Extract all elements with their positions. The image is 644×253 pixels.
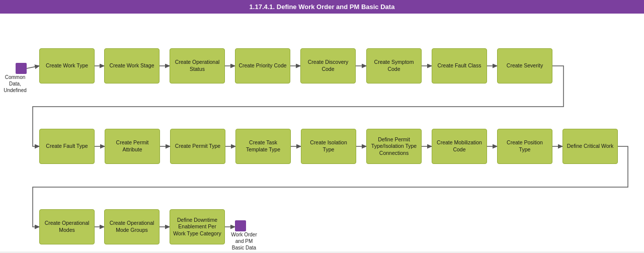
- node-create-task-template-type[interactable]: Create Task Template Type: [235, 129, 291, 164]
- diagram-area: Common Data, Undefined Create Work Type …: [0, 14, 644, 251]
- node-define-permit-connections[interactable]: Define Permit Type/Isolation Type Connec…: [366, 129, 422, 164]
- node-create-discovery-code[interactable]: Create Discovery Code: [300, 48, 356, 83]
- node-create-operational-status[interactable]: Create Operational Status: [170, 48, 225, 83]
- header-title: 1.17.4.1. Define Work Order and PM Basic…: [250, 3, 395, 11]
- node-create-permit-type[interactable]: Create Permit Type: [170, 129, 225, 164]
- node-create-permit-attribute[interactable]: Create Permit Attribute: [105, 129, 160, 164]
- start-node-label: Common Data, Undefined: [3, 74, 28, 94]
- end-node-work-order: [235, 220, 246, 231]
- node-create-symptom-code[interactable]: Create Symptom Code: [366, 48, 422, 83]
- node-create-priority-code[interactable]: Create Priority Code: [235, 48, 290, 83]
- node-define-critical-work[interactable]: Define Critical Work: [562, 129, 618, 164]
- node-create-fault-type[interactable]: Create Fault Type: [39, 129, 95, 164]
- node-create-isolation-type[interactable]: Create Isolation Type: [301, 129, 356, 164]
- header: 1.17.4.1. Define Work Order and PM Basic…: [0, 0, 644, 14]
- start-node-common: [16, 63, 27, 74]
- node-define-downtime[interactable]: Define Downtime Enablement Per Work Type…: [170, 209, 225, 244]
- end-node-label: Work Order and PM Basic Data: [229, 231, 259, 251]
- node-create-position-type[interactable]: Create Position Type: [497, 129, 552, 164]
- node-create-operational-modes[interactable]: Create Operational Modes: [39, 209, 95, 244]
- node-create-work-stage[interactable]: Create Work Stage: [104, 48, 159, 83]
- svg-line-0: [27, 66, 39, 68]
- node-create-mobilization-code[interactable]: Create Mobilization Code: [432, 129, 487, 164]
- node-create-operational-mode-groups[interactable]: Create Operational Mode Groups: [104, 209, 159, 244]
- node-create-fault-class[interactable]: Create Fault Class: [432, 48, 487, 83]
- node-create-work-type[interactable]: Create Work Type: [39, 48, 95, 83]
- node-create-severity[interactable]: Create Severity: [497, 48, 552, 83]
